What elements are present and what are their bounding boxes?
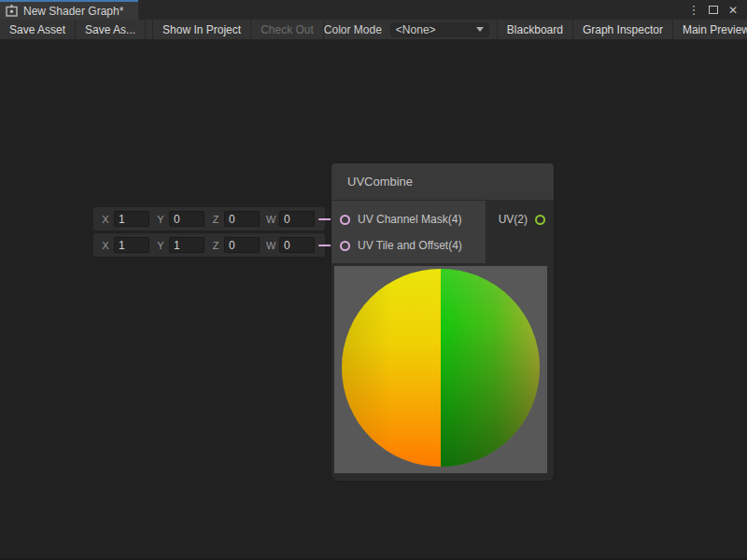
node-uvcombine[interactable]: UVCombine UV Channel Mask(4) UV Tile and… <box>331 163 554 481</box>
field-group-y: Y <box>156 211 204 227</box>
color-mode-label: Color Mode <box>324 23 382 36</box>
close-icon[interactable]: ✕ <box>726 4 740 17</box>
window-menu-icon[interactable]: ⋮ <box>687 4 700 17</box>
input-port-label: UV Tile and Offset(4) <box>358 239 462 252</box>
save-asset-button[interactable]: Save Asset <box>0 20 76 39</box>
field-group-y: Y <box>156 237 204 253</box>
check-out-button: Check Out <box>251 20 324 39</box>
node-preview <box>334 266 547 473</box>
x-label: X <box>101 214 110 225</box>
field-group-w: W <box>266 211 315 227</box>
toolbar-right-group: Color Mode <None> Blackboard Graph Inspe… <box>324 20 747 39</box>
shader-graph-toolbar: Save Asset Save As... Show In Project Ch… <box>0 20 747 40</box>
z-field[interactable] <box>224 237 260 253</box>
z-label: Z <box>211 240 220 251</box>
w-field[interactable] <box>279 211 315 227</box>
show-in-project-button[interactable]: Show In Project <box>152 20 251 39</box>
sphere-left-uv-gradient <box>342 269 441 467</box>
main-preview-toggle-button[interactable]: Main Preview <box>672 20 747 39</box>
y-label: Y <box>156 214 165 225</box>
node-header[interactable]: UVCombine <box>331 163 554 201</box>
tab-bar: New Shader Graph* ⋮ ✕ <box>0 0 747 20</box>
w-label: W <box>266 240 275 251</box>
shader-graph-window: New Shader Graph* ⋮ ✕ Save Asset Save As… <box>0 0 747 560</box>
tab-title: New Shader Graph* <box>23 5 123 18</box>
field-group-x: X <box>101 237 149 253</box>
blackboard-toggle-button[interactable]: Blackboard <box>497 20 572 39</box>
vector4-input-row-1: X Y Z W <box>93 207 325 231</box>
color-mode-selected-value: <None> <box>396 23 436 36</box>
output-port-icon[interactable] <box>535 215 545 225</box>
y-field[interactable] <box>169 211 204 227</box>
y-label: Y <box>156 240 165 251</box>
output-port-row: UV(2) <box>499 206 545 232</box>
shader-graph-asset-icon <box>6 5 18 17</box>
preview-sphere <box>342 269 540 467</box>
chevron-down-icon <box>476 27 484 32</box>
tab-new-shader-graph[interactable]: New Shader Graph* <box>0 0 138 20</box>
x-field[interactable] <box>114 237 149 253</box>
output-port-label: UV(2) <box>499 213 528 226</box>
field-group-w: W <box>266 237 315 253</box>
w-field[interactable] <box>279 237 315 253</box>
input-port-icon[interactable] <box>340 215 350 225</box>
node-body: UV Channel Mask(4) UV Tile and Offset(4)… <box>331 201 554 263</box>
save-as-button[interactable]: Save As... <box>76 20 146 39</box>
input-port-icon[interactable] <box>340 241 350 251</box>
color-mode-dropdown[interactable]: <None> <box>390 22 489 37</box>
z-label: Z <box>211 214 220 225</box>
graph-inspector-toggle-button[interactable]: Graph Inspector <box>572 20 672 39</box>
input-port-row-2: UV Tile and Offset(4) <box>331 232 486 259</box>
z-field[interactable] <box>224 211 260 227</box>
maximize-icon[interactable] <box>707 4 720 17</box>
sphere-right-uv-gradient <box>441 269 540 467</box>
w-label: W <box>266 214 275 225</box>
field-group-z: Z <box>211 237 260 253</box>
input-port-label: UV Channel Mask(4) <box>358 213 461 226</box>
field-group-x: X <box>101 211 149 227</box>
node-title: UVCombine <box>347 175 413 189</box>
window-controls: ⋮ ✕ <box>687 0 747 20</box>
y-field[interactable] <box>169 237 204 253</box>
field-group-z: Z <box>211 211 260 227</box>
input-port-row-1: UV Channel Mask(4) <box>331 206 486 232</box>
graph-canvas[interactable]: X Y Z W X Y <box>0 40 747 560</box>
maximize-glyph <box>709 6 718 14</box>
vector4-input-row-2: X Y Z W <box>93 233 325 257</box>
x-field[interactable] <box>114 211 149 227</box>
node-input-panel: UV Channel Mask(4) UV Tile and Offset(4) <box>331 201 486 263</box>
x-label: X <box>101 240 110 251</box>
